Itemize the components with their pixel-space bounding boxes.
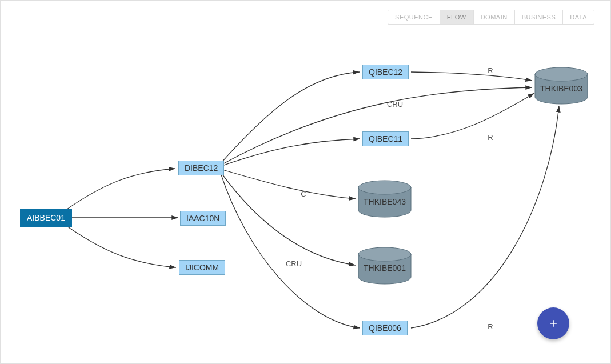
node-iaac10n[interactable]: IAAC10N	[180, 211, 226, 226]
svg-point-4	[358, 181, 411, 194]
cylinder-thkibe043[interactable]	[358, 181, 411, 217]
node-qibec12[interactable]: QIBEC12	[362, 65, 409, 79]
tab-sequence[interactable]: SEQUENCE	[388, 10, 440, 24]
tab-domain[interactable]: DOMAIN	[473, 10, 514, 24]
edge-dibec12-qibec12	[221, 72, 360, 163]
add-button[interactable]	[537, 307, 569, 339]
edge-root-dibec12	[63, 169, 175, 212]
tab-data[interactable]: DATA	[562, 10, 594, 24]
node-ijicomm[interactable]: IJICOMM	[179, 260, 225, 275]
tab-flow[interactable]: FLOW	[440, 10, 473, 24]
edge-qibec12-thkibe003	[411, 72, 532, 81]
view-tabs: SEQUENCE FLOW DOMAIN BUSINESS DATA	[388, 10, 594, 25]
cylinder-thkibe003[interactable]	[535, 67, 588, 104]
edge-dibec12-qibe006	[221, 173, 360, 328]
edge-dibec12-qibec11	[221, 139, 360, 166]
edge-dibec12-thkibe001	[221, 172, 356, 265]
edge-root-ijicomm	[63, 223, 176, 267]
node-qibec11[interactable]: QIBEC11	[362, 131, 409, 146]
svg-point-14	[535, 67, 588, 81]
node-aibbec01[interactable]: AIBBEC01	[20, 209, 72, 227]
edge-dibec12-thkibe043	[221, 169, 356, 199]
edge-dibec12-thkibe003	[221, 87, 532, 165]
svg-point-9	[358, 247, 411, 261]
plus-icon	[548, 318, 559, 329]
cylinder-thkibe001[interactable]	[358, 247, 411, 284]
diagram-canvas: SEQUENCE FLOW DOMAIN BUSINESS DATA	[0, 0, 611, 364]
edge-qibec11-thkibe003	[411, 93, 534, 139]
node-dibec12[interactable]: DIBEC12	[178, 161, 224, 175]
node-qibe006[interactable]: QIBE006	[362, 321, 408, 335]
tab-business[interactable]: BUSINESS	[514, 10, 563, 24]
graph-svg	[1, 1, 610, 363]
edge-qibe006-thkibe003	[411, 106, 559, 328]
